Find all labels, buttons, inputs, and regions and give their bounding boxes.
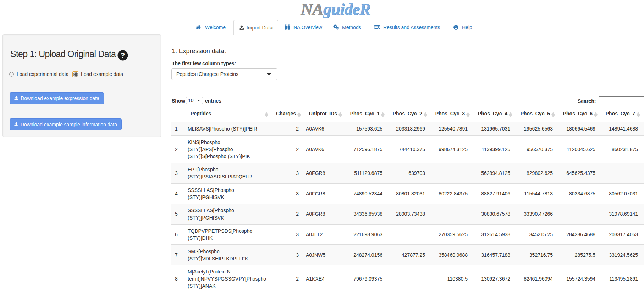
svg-text:?: ? (121, 51, 125, 59)
